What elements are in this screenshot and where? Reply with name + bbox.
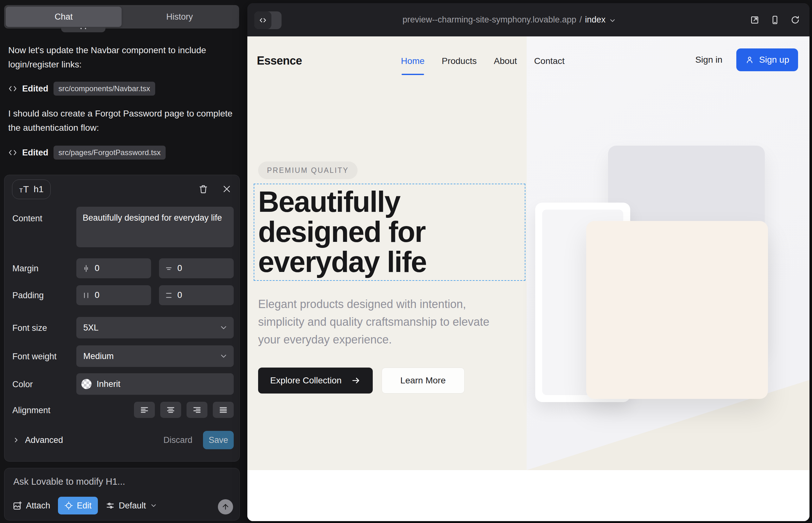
font-size-select[interactable]: 5XL <box>76 317 234 339</box>
font-weight-select[interactable]: Medium <box>76 345 234 367</box>
edit-label: Edit <box>77 501 92 511</box>
open-external-icon[interactable] <box>750 15 759 25</box>
font-weight-label: Font weight <box>12 352 57 362</box>
send-button[interactable] <box>218 499 233 515</box>
padding-label: Padding <box>12 291 44 301</box>
hero-section: Essence Home Products About Contact Sign… <box>247 36 810 470</box>
color-value: Inherit <box>96 379 120 389</box>
chat-message: Now let's update the Navbar component to… <box>8 43 235 72</box>
attach-label: Attach <box>26 501 50 511</box>
chat-sidebar: Chat History Now let's update the Navbar… <box>0 0 247 523</box>
composer-toolbar: Attach Edit Default <box>13 497 157 515</box>
nav-link-products[interactable]: Products <box>442 56 477 66</box>
align-right-button[interactable] <box>187 402 208 418</box>
mobile-view-icon[interactable] <box>770 15 780 25</box>
hero-paragraph: Elegant products designed with intention… <box>258 295 511 348</box>
tab-history[interactable]: History <box>122 7 237 27</box>
nav-link-home[interactable]: Home <box>401 56 425 66</box>
align-justify-button[interactable] <box>213 402 234 418</box>
color-select[interactable]: Inherit <box>76 373 234 395</box>
url-bar[interactable]: preview--charming-site-symphony.lovable.… <box>403 15 616 25</box>
arrow-right-icon <box>351 376 361 385</box>
sign-in-link[interactable]: Sign in <box>695 55 722 65</box>
nav-link-contact[interactable]: Contact <box>534 56 565 66</box>
color-swatch-transparent <box>82 379 91 389</box>
h1-selection-outline[interactable]: Beautifully designed for everyday life <box>254 184 525 281</box>
edited-file-row: Edited src/components/Navbar.tsx <box>8 82 155 96</box>
padding-y-value: 0 <box>177 290 182 300</box>
url-host: preview--charming-site-symphony.lovable.… <box>403 15 576 25</box>
chat-composer: Attach Edit Default <box>4 468 240 521</box>
advanced-toggle[interactable]: Advanced <box>12 431 63 449</box>
hero-cta-row: Explore Collection Learn More <box>258 367 464 394</box>
chevron-down-icon <box>150 502 157 509</box>
edited-file-row: Edited src/pages/ForgotPassword.tsx <box>8 146 166 160</box>
edited-label: Edited <box>22 148 49 158</box>
code-toggle-icon <box>254 12 271 29</box>
code-icon <box>8 148 17 157</box>
sliders-icon <box>105 501 115 510</box>
edited-label: Edited <box>22 84 49 94</box>
explore-collection-button[interactable]: Explore Collection <box>258 367 373 394</box>
font-size-value: 5XL <box>83 323 99 333</box>
sign-up-label: Sign up <box>759 55 789 65</box>
alignment-label: Alignment <box>12 405 50 415</box>
decor-card-cream <box>586 221 768 399</box>
preview-chrome-bar: preview--charming-site-symphony.lovable.… <box>247 3 810 36</box>
typography-icon: ᴛT <box>19 184 29 195</box>
margin-x-input[interactable]: 0 <box>76 258 151 278</box>
chrome-actions <box>750 3 800 36</box>
save-button[interactable]: Save <box>203 431 234 449</box>
site-brand[interactable]: Essence <box>257 54 302 68</box>
font-size-label: Font size <box>12 323 47 333</box>
padding-x-input[interactable]: 0 <box>76 285 151 305</box>
user-icon <box>745 55 754 64</box>
mode-selector[interactable]: Default <box>105 501 157 511</box>
refresh-icon[interactable] <box>791 15 800 25</box>
margin-y-input[interactable]: 0 <box>159 258 234 278</box>
learn-more-button[interactable]: Learn More <box>382 367 464 394</box>
edit-mode-button[interactable]: Edit <box>58 497 98 515</box>
margin-horizontal-icon <box>82 264 90 273</box>
chevron-right-icon <box>12 436 20 444</box>
element-tag-chip[interactable]: ᴛT h1 <box>12 180 51 199</box>
sign-up-button[interactable]: Sign up <box>736 49 798 71</box>
tab-chat[interactable]: Chat <box>6 7 122 27</box>
code-icon <box>8 84 17 93</box>
hero-heading[interactable]: Beautifully designed for everyday life <box>258 187 518 277</box>
align-left-button[interactable] <box>134 402 155 418</box>
section-below-hero <box>247 470 810 521</box>
advanced-label: Advanced <box>25 435 63 445</box>
file-chip[interactable]: src/components/Navbar.tsx <box>54 82 155 96</box>
padding-vertical-icon <box>165 291 173 300</box>
content-label: Content <box>12 214 42 223</box>
content-field-wrap: Beautifully designed for everyday life <box>76 207 234 247</box>
close-panel-button[interactable] <box>220 182 234 196</box>
discard-button[interactable]: Discard <box>163 431 193 449</box>
premium-quality-badge: PREMIUM QUALITY <box>258 161 357 179</box>
nav-auth-group: Sign in Sign up <box>695 49 798 71</box>
nav-link-about[interactable]: About <box>494 56 517 66</box>
chevron-down-icon <box>609 17 616 24</box>
attach-button[interactable]: Attach <box>13 501 50 511</box>
margin-y-value: 0 <box>177 264 182 273</box>
target-icon <box>64 501 73 510</box>
color-label: Color <box>12 380 33 390</box>
composer-input[interactable] <box>13 476 229 492</box>
chevron-down-icon <box>219 323 228 332</box>
site-nav-links: Home Products About Contact <box>401 56 565 66</box>
element-tag: h1 <box>34 184 43 194</box>
code-preview-toggle[interactable] <box>254 12 282 29</box>
url-separator: / <box>580 15 582 25</box>
file-chip[interactable]: src/pages/ForgotPassword.tsx <box>54 146 166 160</box>
site-content: Essence Home Products About Contact Sign… <box>247 36 810 521</box>
content-input[interactable]: Beautifully designed for everyday life <box>76 207 234 247</box>
margin-vertical-icon <box>165 264 173 273</box>
padding-y-input[interactable]: 0 <box>159 285 234 305</box>
padding-x-value: 0 <box>95 290 100 300</box>
align-center-button[interactable] <box>160 402 181 418</box>
url-page: index <box>585 15 605 25</box>
preview-frame: preview--charming-site-symphony.lovable.… <box>247 3 810 521</box>
delete-element-button[interactable] <box>196 182 210 196</box>
margin-label: Margin <box>12 264 39 273</box>
